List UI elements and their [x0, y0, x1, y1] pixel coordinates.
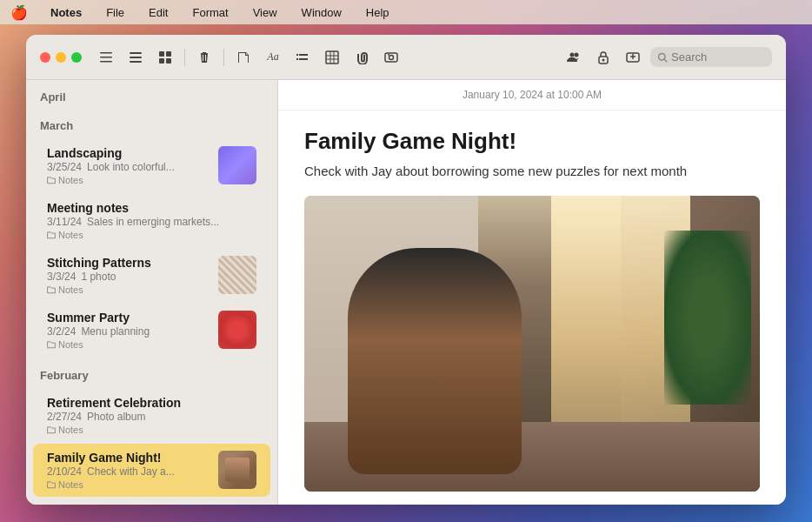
traffic-lights — [40, 52, 82, 63]
menubar: 🍎 Notes File Edit Format View Window Hel… — [0, 0, 812, 24]
note-preview: 1 photo — [81, 271, 210, 283]
note-folder: Notes — [47, 230, 256, 240]
menu-view[interactable]: View — [248, 4, 283, 21]
note-title: Meeting notes — [47, 201, 256, 215]
menu-format[interactable]: Format — [187, 4, 233, 21]
menu-window[interactable]: Window — [296, 4, 347, 21]
close-button[interactable] — [40, 52, 50, 63]
note-meta: 3/3/24 1 photo — [47, 271, 210, 283]
note-detail: January 10, 2024 at 10:00 AM Family Game… — [278, 80, 786, 505]
note-info: Stitching Patterns 3/3/24 1 photo Notes — [47, 256, 210, 295]
grid-view-button[interactable] — [153, 45, 177, 70]
collaboration-button[interactable] — [562, 45, 586, 70]
note-preview: Sales in emerging markets... — [87, 216, 256, 228]
menu-notes[interactable]: Notes — [45, 4, 87, 21]
detail-title: Family Game Night! — [304, 128, 760, 155]
svg-point-23 — [659, 53, 666, 60]
note-detail-content[interactable]: Family Game Night! Check with Jay about … — [278, 110, 786, 505]
note-item-family-game-night[interactable]: Family Game Night! 2/10/24 Check with Ja… — [33, 444, 270, 497]
note-folder: Notes — [47, 479, 210, 490]
sidebar-toggle-button[interactable] — [94, 45, 118, 70]
format-text-button[interactable]: Aa — [261, 45, 285, 70]
svg-rect-6 — [159, 51, 164, 57]
note-info: Retirement Celebration 2/27/24 Photo alb… — [47, 396, 256, 435]
toolbar: Aa — [26, 35, 786, 80]
note-timestamp: January 10, 2024 at 10:00 AM — [278, 80, 786, 110]
folder-icon — [47, 176, 56, 184]
note-item-summer-party[interactable]: Summer Party 3/2/24 Menu planning Notes — [33, 304, 270, 357]
checklist-button[interactable] — [290, 45, 315, 70]
svg-rect-8 — [159, 58, 164, 64]
apple-menu[interactable]: 🍎 — [10, 4, 28, 21]
note-thumbnail — [218, 256, 256, 294]
note-date: 3/25/24 — [47, 161, 82, 173]
photo-button[interactable] — [379, 45, 403, 70]
note-title: Family Game Night! — [47, 451, 210, 465]
svg-rect-0 — [100, 52, 112, 54]
note-title: Retirement Celebration — [47, 396, 256, 410]
search-box[interactable] — [650, 47, 772, 67]
note-thumbnail — [218, 311, 256, 349]
note-date: 3/3/24 — [47, 271, 76, 283]
detail-body: Check with Jay about borrowing some new … — [304, 162, 760, 182]
folder-icon — [47, 285, 56, 294]
note-date: 2/10/24 — [47, 465, 82, 478]
svg-point-16 — [389, 55, 394, 59]
note-item-meeting[interactable]: Meeting notes 3/11/24 Sales in emerging … — [33, 194, 270, 247]
svg-point-21 — [602, 58, 605, 61]
menu-help[interactable]: Help — [361, 4, 395, 21]
minimize-button[interactable] — [56, 52, 66, 63]
note-folder: Notes — [47, 175, 210, 185]
note-info: Landscaping 3/25/24 Look into colorful..… — [47, 146, 210, 185]
fullscreen-button[interactable] — [71, 52, 82, 63]
note-title: Summer Party — [47, 311, 210, 325]
list-view-button[interactable] — [123, 45, 148, 70]
svg-point-18 — [570, 52, 575, 57]
toolbar-sep-2 — [223, 49, 224, 66]
svg-point-19 — [575, 52, 579, 57]
menu-edit[interactable]: Edit — [143, 4, 173, 21]
note-title: Stitching Patterns — [47, 256, 210, 270]
search-input[interactable] — [671, 50, 758, 64]
toolbar-sep-1 — [184, 49, 185, 66]
section-february: February — [26, 358, 277, 387]
note-item-retirement[interactable]: Retirement Celebration 2/27/24 Photo alb… — [33, 389, 270, 442]
svg-rect-7 — [166, 51, 171, 57]
note-image — [304, 196, 760, 492]
folder-icon — [47, 480, 56, 489]
note-date: 3/11/24 — [47, 216, 82, 228]
note-preview: Menu planning — [81, 325, 210, 338]
new-note-button[interactable] — [231, 45, 256, 70]
section-april: April — [26, 80, 277, 109]
greenery — [664, 231, 751, 405]
note-preview: Photo album — [87, 411, 256, 423]
share-button[interactable] — [621, 45, 645, 70]
table-button[interactable] — [320, 45, 344, 70]
folder-icon — [47, 231, 56, 239]
delete-button[interactable] — [192, 45, 216, 70]
note-date: 2/27/24 — [47, 411, 82, 423]
content-area: April March Landscaping 3/25/24 Look int… — [26, 80, 786, 505]
sidebar: April March Landscaping 3/25/24 Look int… — [26, 80, 278, 505]
note-thumbnail — [218, 451, 256, 489]
attach-button[interactable] — [349, 45, 374, 70]
lock-button[interactable] — [591, 45, 616, 70]
svg-rect-2 — [100, 61, 112, 63]
note-title: Landscaping — [47, 146, 210, 160]
note-item-landscaping[interactable]: Landscaping 3/25/24 Look into colorful..… — [33, 139, 270, 192]
folder-icon — [47, 340, 56, 349]
search-icon — [657, 52, 668, 63]
note-folder: Notes — [47, 284, 210, 295]
note-item-stitching[interactable]: Stitching Patterns 3/3/24 1 photo Notes — [33, 249, 270, 302]
svg-rect-15 — [385, 53, 397, 62]
note-preview: Look into colorful... — [87, 161, 210, 173]
note-meta: 2/27/24 Photo album — [47, 411, 256, 423]
svg-rect-1 — [100, 57, 112, 58]
section-march: March — [26, 109, 277, 137]
photo-scene — [304, 196, 760, 492]
menu-file[interactable]: File — [101, 4, 130, 21]
note-folder: Notes — [47, 425, 256, 435]
folder-icon — [47, 425, 56, 434]
note-folder: Notes — [47, 339, 210, 350]
svg-line-24 — [664, 59, 667, 62]
